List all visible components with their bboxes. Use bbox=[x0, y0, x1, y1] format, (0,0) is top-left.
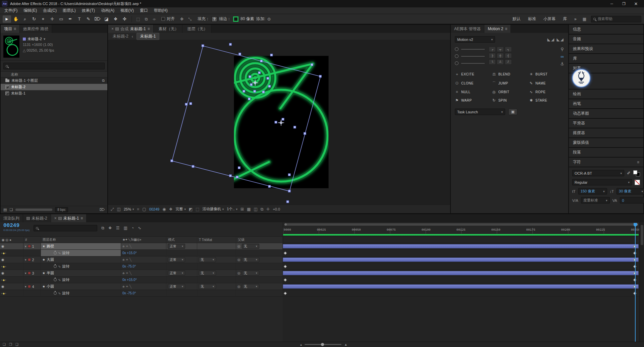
twirl-icon[interactable]: ▾ bbox=[25, 258, 26, 262]
menu-item[interactable]: 图层(L) bbox=[60, 7, 79, 14]
property-row[interactable]: ‹◆› ∿旋转 0x -75.0° bbox=[0, 263, 644, 270]
workspace-button[interactable]: 默认 bbox=[511, 15, 522, 22]
mask-mode-icon[interactable]: ⬚ bbox=[135, 16, 142, 22]
fill-stroke-swatches[interactable] bbox=[633, 170, 640, 176]
timeline-button-icon[interactable]: ◫ bbox=[254, 207, 257, 212]
exposure-value[interactable]: +0.0 bbox=[273, 207, 280, 211]
timeline-right-scrollbar[interactable] bbox=[639, 222, 644, 342]
menu-item[interactable]: 窗口 bbox=[137, 7, 151, 14]
trkmat-select[interactable]: 无▾ bbox=[199, 271, 216, 276]
sidebar-panel-header[interactable]: 音频 bbox=[569, 35, 643, 44]
name-column-header[interactable]: 名称 bbox=[11, 72, 18, 77]
close-tab-icon[interactable]: × bbox=[111, 26, 114, 31]
blend-mode-select[interactable]: 正常▾ bbox=[168, 271, 185, 276]
leading-select[interactable]: 30 像素▾ bbox=[616, 188, 644, 194]
twirl-icon[interactable]: ▾ bbox=[25, 245, 26, 248]
channels-icon[interactable]: ❖ bbox=[169, 207, 173, 212]
anchor-position-button[interactable]: ┌ bbox=[489, 47, 496, 52]
stopwatch-icon[interactable] bbox=[54, 292, 57, 295]
pickwhip-icon[interactable]: ◎ bbox=[237, 271, 240, 275]
motion-slider[interactable] bbox=[455, 47, 485, 51]
slider-knob-icon[interactable] bbox=[455, 54, 459, 58]
anchor-position-button[interactable]: ┴ bbox=[497, 59, 504, 65]
hand-tool-icon[interactable]: ✋ bbox=[12, 15, 20, 23]
parent-column-header[interactable]: 父级 bbox=[236, 237, 283, 243]
anchor-position-button[interactable]: ┼ bbox=[497, 53, 504, 58]
mask-subtract-icon[interactable]: ⧉ bbox=[143, 16, 150, 22]
shy-icon[interactable]: ☰ bbox=[116, 226, 120, 230]
sidebar-panel-header[interactable]: 平滑器 bbox=[569, 119, 643, 128]
mask-visibility-icon[interactable]: ▢ bbox=[142, 207, 146, 212]
rotation-value[interactable]: 0x -75.0° bbox=[122, 265, 136, 268]
clone-stamp-tool-icon[interactable]: ⌦ bbox=[93, 15, 102, 23]
pickwhip-icon[interactable]: ◎ bbox=[237, 244, 240, 248]
minimize-button[interactable]: ─ bbox=[606, 0, 618, 7]
puppet-pin-tool-icon[interactable]: ✜ bbox=[120, 15, 129, 23]
layer-track[interactable] bbox=[283, 243, 644, 249]
property-track[interactable] bbox=[283, 290, 644, 296]
maximize-button[interactable]: ❐ bbox=[618, 0, 630, 7]
layer-duration-bar[interactable] bbox=[283, 284, 639, 289]
sidebar-panel-header[interactable]: 效果和预设 bbox=[569, 44, 643, 53]
layer-switches-icons[interactable]: ♣✦╲ bbox=[122, 258, 132, 262]
layer-switches-icons[interactable]: ♣✦╲ bbox=[122, 244, 132, 248]
sidebar-panel-header[interactable]: 信息 bbox=[569, 25, 643, 34]
keyframe-navigator[interactable]: ‹◆› bbox=[1, 292, 6, 295]
stroke-swatch[interactable] bbox=[233, 16, 238, 22]
keyframe-icon[interactable] bbox=[284, 265, 287, 268]
layer-track[interactable] bbox=[283, 256, 644, 263]
kerning-select[interactable]: 度量标准▾ bbox=[581, 197, 610, 204]
pan-behind-tool-icon[interactable]: ✛ bbox=[48, 15, 56, 23]
screen-icon[interactable]: ◫ bbox=[117, 207, 121, 212]
rotation-tool-icon[interactable]: ↻ bbox=[30, 15, 38, 23]
unified-camera-tool-icon[interactable]: ⌖ bbox=[39, 15, 47, 23]
camera-select[interactable]: 活动摄像机▾ bbox=[203, 207, 224, 212]
visibility-eye-icon[interactable]: ◉ bbox=[1, 244, 4, 248]
current-time-indicator[interactable] bbox=[635, 223, 636, 342]
stopwatch-icon[interactable] bbox=[54, 265, 57, 268]
project-panel-tab[interactable]: 效果控件 路径≡ bbox=[20, 25, 52, 33]
shape-tool-icon[interactable]: ▭ bbox=[57, 15, 65, 23]
brush-tool-icon[interactable]: ✎ bbox=[84, 15, 93, 23]
visibility-eye-icon[interactable]: ◉ bbox=[1, 285, 4, 288]
mini-flowchart-icon[interactable]: ⧉ bbox=[101, 226, 104, 230]
workspace-button[interactable]: 库 bbox=[561, 15, 568, 22]
project-search-input[interactable] bbox=[3, 63, 105, 69]
layer-duration-bar[interactable] bbox=[283, 271, 639, 275]
font-size-select[interactable]: 150 像素▾ bbox=[578, 188, 607, 194]
motion-button[interactable]: ✳BURST bbox=[529, 72, 564, 77]
zoom-in-icon[interactable]: ▲ bbox=[344, 343, 347, 346]
task-launch-select[interactable]: Task Launch▾ bbox=[455, 109, 505, 115]
parent-select[interactable]: 无▾ bbox=[242, 271, 259, 276]
sidebar-panel-header[interactable]: 动态草图 bbox=[569, 109, 643, 118]
roto-brush-tool-icon[interactable]: ❖ bbox=[111, 15, 120, 23]
layer-switches-icons[interactable]: ♣✦╲ bbox=[122, 285, 132, 288]
eraser-tool-icon[interactable]: ◪ bbox=[102, 15, 111, 23]
tracking-select[interactable]: 0▾ bbox=[620, 197, 644, 204]
keyframe-icon[interactable] bbox=[284, 278, 287, 282]
property-row[interactable]: ‹◆› ∿旋转 0x -75.0° bbox=[0, 290, 644, 297]
fill-swatch[interactable]: ? bbox=[212, 16, 217, 22]
flowchart-icon[interactable]: ⧉ bbox=[102, 78, 105, 83]
help-search-input[interactable]: 搜索帮助 bbox=[591, 16, 641, 22]
motion-button[interactable]: ◎ORBIT bbox=[492, 90, 527, 94]
sidebar-panel-header[interactable]: 蒙版插值 bbox=[569, 138, 643, 147]
exposure-reset-icon[interactable]: ✛ bbox=[266, 207, 270, 212]
graph-icon[interactable]: ∿ bbox=[58, 265, 61, 268]
layer-switches-icons[interactable]: ♣✦╲ bbox=[122, 271, 132, 275]
anchor-position-button[interactable]: ┐ bbox=[505, 47, 512, 52]
pixel-aspect-icon[interactable]: ⊞ bbox=[240, 207, 244, 212]
layer-track[interactable] bbox=[283, 283, 644, 290]
menu-item[interactable]: 编辑(E) bbox=[20, 7, 40, 14]
sidebar-panel-header-character[interactable]: 字符≡ bbox=[569, 158, 643, 167]
project-flowchart-icon[interactable]: ▤ bbox=[3, 208, 7, 212]
layer-name-column-header[interactable]: 图层名称 bbox=[41, 237, 121, 243]
panel-menu-icon[interactable]: ≡ bbox=[148, 26, 150, 31]
twirl-icon[interactable]: ▾ bbox=[25, 285, 26, 288]
motion-button[interactable]: ⚑WARP bbox=[455, 98, 490, 103]
draft-3d-icon[interactable]: ❖ bbox=[108, 226, 112, 230]
zoom-tool-icon[interactable]: ⌕ bbox=[21, 15, 29, 23]
project-item-row[interactable]: 未标题-1 ⧉ bbox=[1, 90, 107, 97]
zoom-slider-thumb[interactable] bbox=[321, 343, 324, 346]
snapshot-icon[interactable]: ◉ bbox=[162, 207, 166, 212]
